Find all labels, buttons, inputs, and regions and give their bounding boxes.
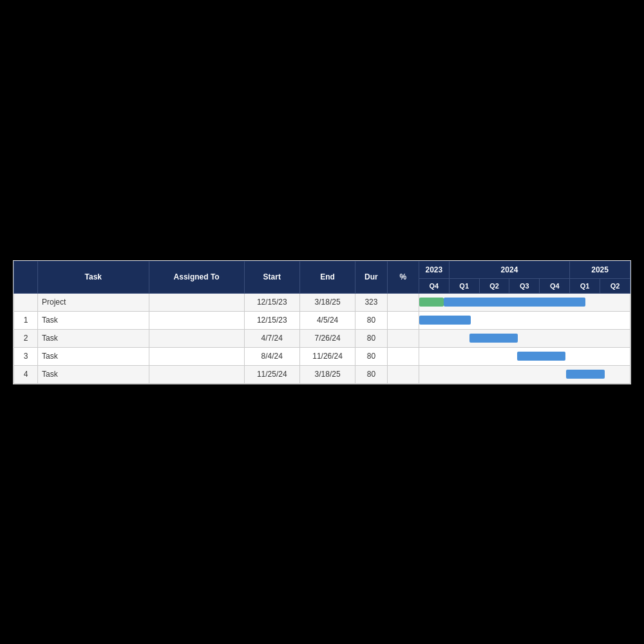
col-2024-header: 2024 bbox=[449, 261, 569, 278]
col-2023-header: 2023 bbox=[419, 261, 449, 278]
q4-2023-header: Q4 bbox=[419, 278, 449, 293]
col-pct-header: % bbox=[387, 261, 419, 293]
table-row: 4Task11/25/243/18/2580 bbox=[14, 365, 630, 383]
q2-2024-header: Q2 bbox=[479, 278, 509, 293]
col-end-header: End bbox=[299, 261, 355, 293]
gantt-bar-cell bbox=[419, 347, 630, 365]
col-start-header: Start bbox=[244, 261, 299, 293]
col-dur-header: Dur bbox=[355, 261, 387, 293]
col-num-header bbox=[14, 261, 38, 293]
header-top-row: Task Assigned To Start End Dur % 2023 20… bbox=[14, 261, 630, 278]
gantt-bar-cell bbox=[419, 365, 630, 383]
gantt-bar-cell bbox=[419, 329, 630, 347]
gantt-bar-cell bbox=[419, 293, 630, 311]
q1-2024-header: Q1 bbox=[449, 278, 479, 293]
q1-2025-header: Q1 bbox=[570, 278, 600, 293]
col-task-header: Task bbox=[37, 261, 149, 293]
table-row: Project12/15/233/18/25323 bbox=[14, 293, 630, 311]
col-2025-header: 2025 bbox=[570, 261, 630, 278]
table-row: 1Task12/15/234/5/2480 bbox=[14, 311, 630, 329]
table-row: 3Task8/4/2411/26/2480 bbox=[14, 347, 630, 365]
q4-2024-header: Q4 bbox=[540, 278, 570, 293]
table-row: 2Task4/7/247/26/2480 bbox=[14, 329, 630, 347]
col-assigned-header: Assigned To bbox=[149, 261, 244, 293]
q3-2024-header: Q3 bbox=[509, 278, 540, 293]
q2-2025-header: Q2 bbox=[600, 278, 630, 293]
gantt-chart: Task Assigned To Start End Dur % 2023 20… bbox=[13, 260, 631, 384]
gantt-bar-cell bbox=[419, 311, 630, 329]
